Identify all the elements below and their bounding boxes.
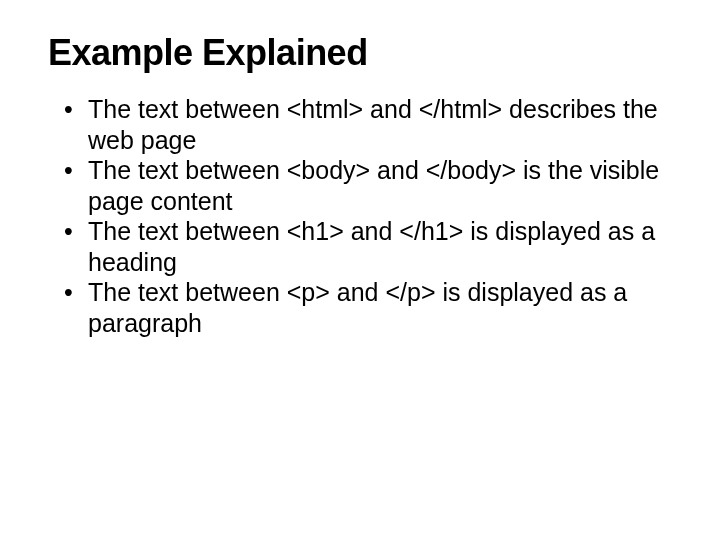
list-item: The text between <p> and </p> is display… bbox=[64, 277, 672, 338]
bullet-list: The text between <html> and </html> desc… bbox=[48, 94, 672, 338]
list-item: The text between <h1> and </h1> is displ… bbox=[64, 216, 672, 277]
list-item: The text between <html> and </html> desc… bbox=[64, 94, 672, 155]
slide-title: Example Explained bbox=[48, 32, 672, 74]
list-item: The text between <body> and </body> is t… bbox=[64, 155, 672, 216]
